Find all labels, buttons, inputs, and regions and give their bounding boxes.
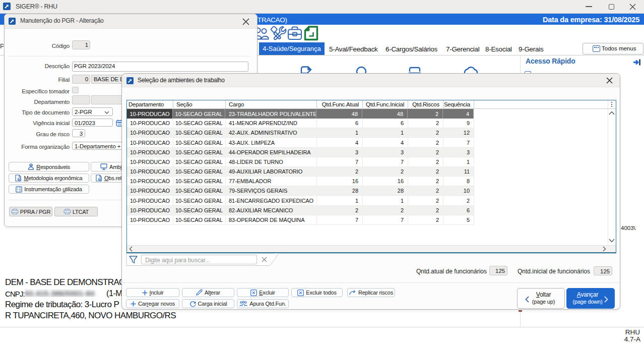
svg-text:31: 31 — [117, 122, 121, 126]
